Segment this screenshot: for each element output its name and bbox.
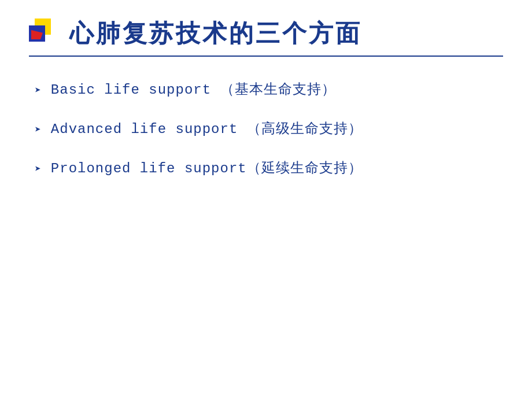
bullet-chinese-1: （基本生命支持） — [220, 82, 336, 97]
list-item: ➤ Prolonged life support（延续生命支持） — [35, 158, 503, 177]
bullet-chinese-3: （延续生命支持） — [247, 160, 363, 175]
bullet-text-1: Basic life support （基本生命支持） — [51, 80, 336, 98]
bullet-english-2: Advanced life support — [51, 121, 238, 137]
header-section: 心肺复苏技术的三个方面 — [29, 17, 503, 50]
logo-icon — [29, 19, 59, 49]
bullet-english-1: Basic life support — [51, 82, 211, 98]
bullet-list: ➤ Basic life support （基本生命支持） ➤ Advanced… — [29, 80, 503, 177]
bullet-text-3: Prolonged life support（延续生命支持） — [51, 158, 363, 177]
bullet-arrow-3: ➤ — [35, 162, 42, 175]
title-divider — [29, 56, 503, 57]
slide-title: 心肺复苏技术的三个方面 — [69, 17, 362, 50]
bullet-chinese-2: （高级生命支持） — [247, 121, 363, 136]
slide: 心肺复苏技术的三个方面 ➤ Basic life support （基本生命支持… — [0, 0, 532, 399]
list-item: ➤ Advanced life support （高级生命支持） — [35, 119, 503, 138]
bullet-text-2: Advanced life support （高级生命支持） — [51, 119, 363, 138]
bullet-arrow-2: ➤ — [35, 123, 42, 136]
bullet-english-3: Prolonged life support — [51, 161, 247, 176]
list-item: ➤ Basic life support （基本生命支持） — [35, 80, 503, 98]
bullet-arrow-1: ➤ — [35, 84, 42, 97]
